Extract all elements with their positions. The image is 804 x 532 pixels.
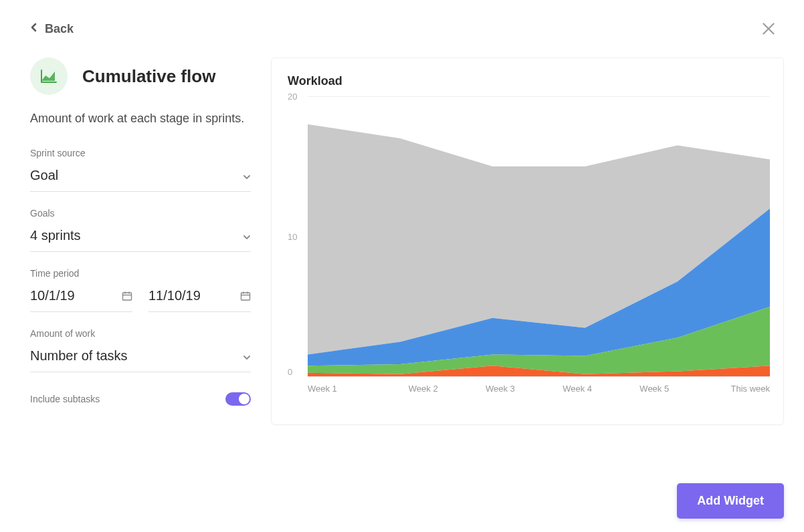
start-date-input[interactable]: 10/1/19 xyxy=(30,284,132,312)
goals-select[interactable]: 4 sprints xyxy=(30,224,251,252)
y-tick: 20 xyxy=(288,92,297,102)
plot-area xyxy=(308,96,770,377)
chart-panel: Workload 01020 Week 1Week 2Week 3Week 4W… xyxy=(271,57,784,425)
chevron-down-icon xyxy=(243,352,251,360)
config-sidebar: Cumulative flow Amount of work at each s… xyxy=(30,57,251,425)
y-tick: 0 xyxy=(288,367,292,377)
svg-rect-0 xyxy=(123,293,132,300)
x-tick: Week 2 xyxy=(385,384,462,394)
svg-rect-1 xyxy=(241,293,250,300)
calendar-icon xyxy=(240,291,251,301)
sprint-source-select[interactable]: Goal xyxy=(30,164,251,192)
end-date-value: 11/10/19 xyxy=(148,288,201,303)
include-subtasks-label: Include subtasks xyxy=(30,394,100,404)
end-date-input[interactable]: 11/10/19 xyxy=(148,284,251,312)
chevron-left-icon xyxy=(30,23,37,35)
chevron-down-icon xyxy=(243,232,251,240)
back-button[interactable]: Back xyxy=(30,22,74,36)
add-widget-button[interactable]: Add Widget xyxy=(677,483,784,519)
x-axis: Week 1Week 2Week 3Week 4Week 5This week xyxy=(308,384,770,394)
goals-value: 4 sprints xyxy=(30,228,81,243)
close-icon[interactable] xyxy=(760,20,777,37)
back-label: Back xyxy=(45,22,74,36)
x-tick: Week 3 xyxy=(462,384,538,394)
cumulative-flow-icon xyxy=(30,57,68,95)
time-period-label: Time period xyxy=(30,268,251,279)
y-tick: 10 xyxy=(288,232,297,242)
x-tick: This week xyxy=(693,384,770,394)
amount-of-work-value: Number of tasks xyxy=(30,348,128,364)
sprint-source-label: Sprint source xyxy=(30,148,251,158)
x-tick: Week 4 xyxy=(539,384,616,394)
page-description: Amount of work at each stage in sprints. xyxy=(30,110,251,128)
page-title: Cumulative flow xyxy=(82,66,215,87)
sprint-source-value: Goal xyxy=(30,168,58,183)
amount-of-work-select[interactable]: Number of tasks xyxy=(30,344,251,372)
calendar-icon xyxy=(122,291,132,301)
x-tick: Week 1 xyxy=(308,384,385,394)
chart-title: Workload xyxy=(288,74,770,88)
y-axis: 01020 xyxy=(288,96,308,377)
toggle-knob xyxy=(239,394,249,404)
include-subtasks-toggle[interactable] xyxy=(225,392,251,406)
start-date-value: 10/1/19 xyxy=(30,288,75,303)
x-tick: Week 5 xyxy=(616,384,693,394)
amount-of-work-label: Amount of work xyxy=(30,328,251,339)
area-chart-svg xyxy=(308,96,770,377)
goals-label: Goals xyxy=(30,208,251,219)
chevron-down-icon xyxy=(243,172,251,180)
